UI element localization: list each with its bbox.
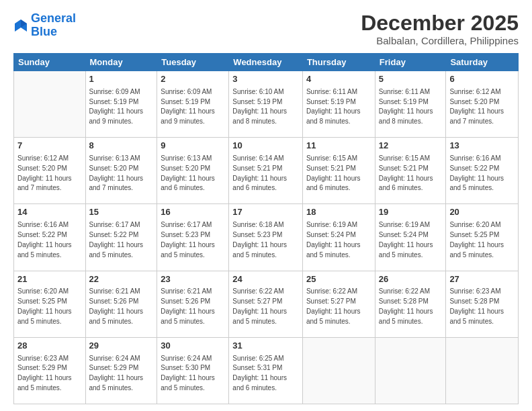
cell-info: Sunrise: 6:19 AMSunset: 5:24 PMDaylight:… (306, 221, 361, 258)
day-number: 31 (232, 340, 299, 353)
calendar-cell: 4Sunrise: 6:11 AMSunset: 5:19 PMDaylight… (302, 71, 375, 138)
calendar-cell: 6Sunrise: 6:12 AMSunset: 5:20 PMDaylight… (446, 71, 519, 138)
calendar-cell (375, 337, 446, 404)
calendar-week-row: 28Sunrise: 6:23 AMSunset: 5:29 PMDayligh… (14, 337, 519, 404)
calendar-day-header: Monday (85, 54, 157, 71)
cell-info: Sunrise: 6:20 AMSunset: 5:25 PMDaylight:… (449, 221, 504, 258)
day-number: 5 (379, 73, 443, 86)
cell-info: Sunrise: 6:09 AMSunset: 5:19 PMDaylight:… (161, 88, 215, 125)
calendar-day-header: Saturday (446, 54, 519, 71)
day-number: 10 (232, 140, 299, 152)
cell-info: Sunrise: 6:24 AMSunset: 5:29 PMDaylight:… (89, 355, 144, 392)
cell-info: Sunrise: 6:19 AMSunset: 5:24 PMDaylight:… (379, 221, 433, 258)
calendar-cell: 30Sunrise: 6:24 AMSunset: 5:30 PMDayligh… (157, 337, 229, 404)
calendar-table: SundayMondayTuesdayWednesdayThursdayFrid… (13, 53, 519, 404)
calendar-cell: 18Sunrise: 6:19 AMSunset: 5:24 PMDayligh… (302, 204, 375, 271)
day-number: 28 (17, 340, 82, 353)
cell-info: Sunrise: 6:23 AMSunset: 5:28 PMDaylight:… (449, 287, 504, 324)
cell-info: Sunrise: 6:17 AMSunset: 5:22 PMDaylight:… (89, 221, 144, 258)
cell-info: Sunrise: 6:13 AMSunset: 5:20 PMDaylight:… (161, 154, 215, 191)
calendar-week-row: 7Sunrise: 6:12 AMSunset: 5:20 PMDaylight… (14, 138, 519, 204)
calendar-cell: 10Sunrise: 6:14 AMSunset: 5:21 PMDayligh… (229, 138, 303, 204)
day-number: 19 (379, 206, 443, 219)
calendar-cell: 21Sunrise: 6:20 AMSunset: 5:25 PMDayligh… (14, 271, 86, 337)
calendar-cell: 8Sunrise: 6:13 AMSunset: 5:20 PMDaylight… (85, 138, 157, 204)
calendar-cell (302, 337, 375, 404)
day-number: 18 (306, 206, 371, 219)
calendar-cell: 2Sunrise: 6:09 AMSunset: 5:19 PMDaylight… (157, 71, 229, 138)
calendar-day-header: Tuesday (157, 54, 229, 71)
cell-info: Sunrise: 6:17 AMSunset: 5:23 PMDaylight:… (161, 221, 215, 258)
day-number: 13 (449, 140, 515, 152)
calendar-cell: 22Sunrise: 6:21 AMSunset: 5:26 PMDayligh… (85, 271, 157, 337)
cell-info: Sunrise: 6:16 AMSunset: 5:22 PMDaylight:… (449, 154, 504, 191)
calendar-cell: 15Sunrise: 6:17 AMSunset: 5:22 PMDayligh… (85, 204, 157, 271)
day-number: 23 (161, 273, 225, 286)
calendar-cell: 19Sunrise: 6:19 AMSunset: 5:24 PMDayligh… (375, 204, 446, 271)
day-number: 14 (17, 206, 82, 219)
cell-info: Sunrise: 6:15 AMSunset: 5:21 PMDaylight:… (379, 154, 433, 191)
location-title: Balbalan, Cordillera, Philippines (361, 35, 519, 46)
day-number: 17 (232, 206, 299, 219)
page: General Blue December 2025 Balbalan, Cor… (0, 0, 532, 411)
month-title: December 2025 (361, 12, 519, 34)
calendar-cell: 16Sunrise: 6:17 AMSunset: 5:23 PMDayligh… (157, 204, 229, 271)
day-number: 9 (161, 140, 225, 152)
cell-info: Sunrise: 6:15 AMSunset: 5:21 PMDaylight:… (306, 154, 361, 191)
day-number: 12 (379, 140, 443, 152)
cell-info: Sunrise: 6:20 AMSunset: 5:25 PMDaylight:… (17, 287, 72, 324)
calendar-cell: 31Sunrise: 6:25 AMSunset: 5:31 PMDayligh… (229, 337, 303, 404)
day-number: 2 (161, 73, 225, 86)
calendar-cell: 28Sunrise: 6:23 AMSunset: 5:29 PMDayligh… (14, 337, 86, 404)
calendar-cell: 14Sunrise: 6:16 AMSunset: 5:22 PMDayligh… (14, 204, 86, 271)
cell-info: Sunrise: 6:18 AMSunset: 5:23 PMDaylight:… (232, 221, 287, 258)
calendar-cell: 17Sunrise: 6:18 AMSunset: 5:23 PMDayligh… (229, 204, 303, 271)
calendar-cell (14, 71, 86, 138)
header: General Blue December 2025 Balbalan, Cor… (13, 12, 519, 46)
calendar-cell: 3Sunrise: 6:10 AMSunset: 5:19 PMDaylight… (229, 71, 303, 138)
calendar-cell: 23Sunrise: 6:21 AMSunset: 5:26 PMDayligh… (157, 271, 229, 337)
cell-info: Sunrise: 6:24 AMSunset: 5:30 PMDaylight:… (161, 355, 215, 392)
cell-info: Sunrise: 6:09 AMSunset: 5:19 PMDaylight:… (89, 88, 144, 125)
calendar-cell: 13Sunrise: 6:16 AMSunset: 5:22 PMDayligh… (446, 138, 519, 204)
calendar-day-header: Friday (375, 54, 446, 71)
calendar-cell: 11Sunrise: 6:15 AMSunset: 5:21 PMDayligh… (302, 138, 375, 204)
calendar-cell: 24Sunrise: 6:22 AMSunset: 5:27 PMDayligh… (229, 271, 303, 337)
calendar-cell (446, 337, 519, 404)
day-number: 29 (89, 340, 154, 353)
day-number: 27 (449, 273, 515, 286)
cell-info: Sunrise: 6:16 AMSunset: 5:22 PMDaylight:… (17, 221, 72, 258)
calendar-week-row: 14Sunrise: 6:16 AMSunset: 5:22 PMDayligh… (14, 204, 519, 271)
title-area: December 2025 Balbalan, Cordillera, Phil… (361, 12, 519, 46)
logo-text: General Blue (31, 12, 76, 39)
cell-info: Sunrise: 6:25 AMSunset: 5:31 PMDaylight:… (232, 355, 287, 392)
logo-general: General (31, 11, 76, 25)
day-number: 24 (232, 273, 299, 286)
day-number: 11 (306, 140, 371, 152)
day-number: 25 (306, 273, 371, 286)
calendar-cell: 20Sunrise: 6:20 AMSunset: 5:25 PMDayligh… (446, 204, 519, 271)
logo: General Blue (13, 12, 76, 39)
day-number: 3 (232, 73, 299, 86)
cell-info: Sunrise: 6:13 AMSunset: 5:20 PMDaylight:… (89, 154, 144, 191)
day-number: 22 (89, 273, 154, 286)
cell-info: Sunrise: 6:12 AMSunset: 5:20 PMDaylight:… (449, 88, 504, 125)
day-number: 16 (161, 206, 225, 219)
day-number: 1 (89, 73, 154, 86)
calendar-day-header: Thursday (302, 54, 375, 71)
day-number: 20 (449, 206, 515, 219)
calendar-week-row: 21Sunrise: 6:20 AMSunset: 5:25 PMDayligh… (14, 271, 519, 337)
calendar-header-row: SundayMondayTuesdayWednesdayThursdayFrid… (14, 54, 519, 71)
calendar-cell: 9Sunrise: 6:13 AMSunset: 5:20 PMDaylight… (157, 138, 229, 204)
day-number: 15 (89, 206, 154, 219)
cell-info: Sunrise: 6:11 AMSunset: 5:19 PMDaylight:… (306, 88, 361, 125)
calendar-week-row: 1Sunrise: 6:09 AMSunset: 5:19 PMDaylight… (14, 71, 519, 138)
calendar-day-header: Wednesday (229, 54, 303, 71)
day-number: 21 (17, 273, 82, 286)
cell-info: Sunrise: 6:22 AMSunset: 5:27 PMDaylight:… (232, 287, 287, 324)
calendar-cell: 1Sunrise: 6:09 AMSunset: 5:19 PMDaylight… (85, 71, 157, 138)
calendar-cell: 29Sunrise: 6:24 AMSunset: 5:29 PMDayligh… (85, 337, 157, 404)
calendar-cell: 5Sunrise: 6:11 AMSunset: 5:19 PMDaylight… (375, 71, 446, 138)
cell-info: Sunrise: 6:10 AMSunset: 5:19 PMDaylight:… (232, 88, 287, 125)
cell-info: Sunrise: 6:23 AMSunset: 5:29 PMDaylight:… (17, 355, 72, 392)
